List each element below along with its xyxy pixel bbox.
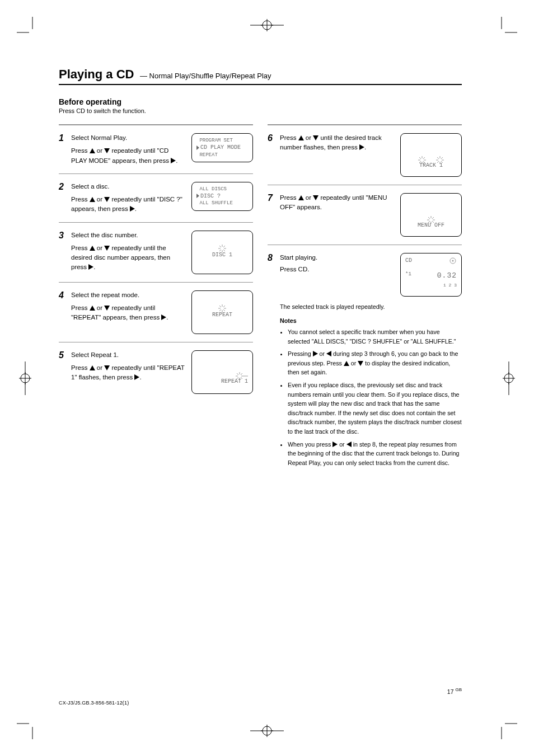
svg-line-42 (223, 306, 225, 307)
crop-mark-bottom-right (495, 717, 517, 739)
lcd-display-6: TRACK 1 (400, 133, 462, 177)
up-arrow-icon (90, 306, 95, 311)
up-arrow-icon (298, 195, 304, 200)
registration-mark-left (17, 361, 34, 395)
right-arrow-icon (332, 442, 338, 447)
notes-heading: Notes (280, 316, 462, 326)
job-code: CX-J3/J5.GB.3-856-581-12(1) (59, 700, 129, 706)
section-label: Before operating (59, 97, 462, 106)
step-1-or: or (95, 147, 105, 154)
up-arrow-icon (344, 361, 349, 366)
svg-line-73 (428, 217, 430, 219)
step-6: 6 Press or until the desired track numbe… (268, 133, 462, 177)
crop-mark-top-right (495, 17, 517, 39)
down-arrow-icon (358, 361, 363, 366)
step-2-title: Select a disc. (71, 182, 185, 191)
left-column: 1 Select Normal Play. Press or repeatedl… (59, 124, 253, 471)
step-number: 6 (268, 133, 273, 143)
lcd-display-5: REPEAT 1 (191, 350, 253, 394)
right-arrow-icon (359, 144, 364, 150)
section-code: GB (455, 687, 462, 692)
svg-line-50 (241, 373, 242, 375)
step-8: 8 Start playing. Press CD. CD (268, 253, 462, 467)
step-4-title: Select the repeat mode. (71, 290, 185, 300)
svg-line-57 (419, 157, 421, 159)
page-number: 17 (447, 688, 454, 694)
down-arrow-icon (104, 197, 110, 202)
step-1-title: Select Normal Play. (71, 133, 185, 143)
step-number: 8 (268, 253, 273, 263)
step-1-text-a: Press (71, 147, 90, 154)
svg-line-67 (441, 157, 443, 159)
right-arrow-icon (313, 351, 318, 356)
page-header: Playing a CD — Normal Play/Shuffle Play/… (59, 67, 462, 85)
note-item: Pressing or during step 3 through 6, you… (288, 349, 462, 377)
step-number: 7 (268, 193, 273, 203)
svg-point-78 (452, 260, 454, 262)
step-number: 3 (59, 231, 64, 241)
disc-icon (449, 257, 457, 267)
section-lead: Press CD to switch the function. (59, 107, 462, 114)
step-8-text: Press CD. (280, 265, 394, 274)
down-arrow-icon (104, 306, 110, 311)
down-arrow-icon (104, 148, 110, 153)
left-arrow-icon (326, 351, 331, 356)
svg-line-34 (223, 246, 225, 247)
right-arrow-icon (171, 158, 176, 163)
step-3-title: Select the disc number. (71, 231, 185, 240)
up-arrow-icon (90, 246, 95, 251)
page-title: Playing a CD (59, 67, 134, 82)
right-column: 6 Press or until the desired track numbe… (268, 124, 462, 471)
crop-mark-top-left (17, 17, 39, 39)
step-5-title: Select Repeat 1. (71, 350, 185, 360)
up-arrow-icon (90, 365, 95, 370)
down-arrow-icon (313, 135, 318, 140)
right-arrow-icon (88, 264, 93, 270)
svg-line-40 (219, 306, 221, 307)
lcd-display-8: CD *1 0.32 1 2 3 (400, 253, 462, 297)
page-footer: 17 GB (59, 687, 462, 695)
step-8-title: Start playing. (280, 253, 394, 262)
lcd-display-4: REPEAT (191, 290, 253, 334)
left-arrow-icon (346, 442, 352, 447)
step-number: 5 (59, 350, 64, 360)
step-4: 4 Select the repeat mode. Press or repea… (59, 290, 253, 334)
page-body: Playing a CD — Normal Play/Shuffle Play/… (59, 67, 462, 471)
down-arrow-icon (104, 365, 110, 370)
registration-mark-top (250, 17, 284, 34)
step-1-text-c: . (176, 157, 177, 164)
down-arrow-icon (313, 195, 318, 200)
right-arrow-icon (130, 206, 135, 212)
up-arrow-icon (90, 148, 95, 153)
registration-mark-bottom (250, 722, 284, 739)
svg-line-75 (432, 217, 434, 219)
step-7: 7 Press or repeatedly until "MENU OFF" a… (268, 193, 462, 237)
lcd-display-3: DISC 1 (191, 231, 253, 274)
step-number: 1 (59, 133, 64, 143)
lcd-display-7: MENU OFF (400, 193, 462, 237)
step-number: 4 (59, 290, 64, 300)
crop-mark-bottom-left (17, 717, 39, 739)
lcd-display-1: PROGRAM SET CD PLAY MODE REPEAT (191, 133, 253, 162)
step-1: 1 Select Normal Play. Press or repeatedl… (59, 133, 253, 166)
svg-line-32 (219, 246, 221, 247)
page-subtitle: — Normal Play/Shuffle Play/Repeat Play (140, 72, 271, 80)
note-item: You cannot select a specific track numbe… (288, 327, 462, 346)
svg-line-59 (423, 157, 425, 159)
step-5: 5 Select Repeat 1. Press or repeatedly u… (59, 350, 253, 394)
note-item: Even if you replace discs, the previousl… (288, 381, 462, 436)
step-number: 2 (59, 182, 64, 192)
up-arrow-icon (298, 135, 304, 140)
step-2: 2 Select a disc. Press or repeatedly unt… (59, 182, 253, 214)
svg-line-65 (437, 157, 439, 159)
up-arrow-icon (90, 197, 95, 202)
lcd-display-2: ALL DISCS DISC ? ALL SHUFFLE (191, 182, 253, 211)
down-arrow-icon (104, 246, 110, 251)
svg-line-48 (237, 373, 238, 375)
registration-mark-right (500, 361, 517, 395)
right-arrow-icon (161, 314, 166, 320)
step-3: 3 Select the disc number. Press or repea… (59, 231, 253, 274)
step-8-followup: The selected track is played repeatedly. (280, 302, 462, 312)
note-item: When you press or in step 8, the repeat … (288, 440, 462, 468)
